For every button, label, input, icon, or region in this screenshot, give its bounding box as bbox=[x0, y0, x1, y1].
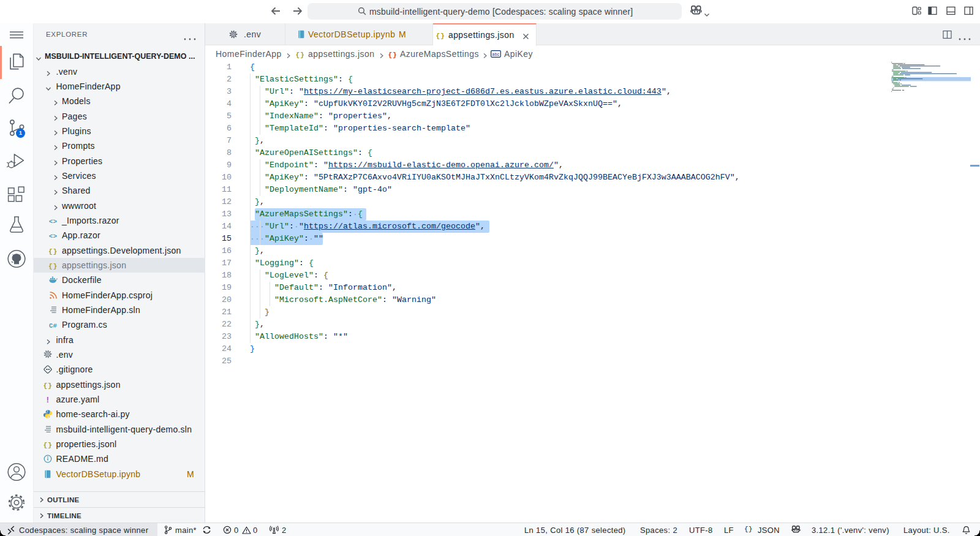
svg-text:abc: abc bbox=[492, 52, 500, 56]
